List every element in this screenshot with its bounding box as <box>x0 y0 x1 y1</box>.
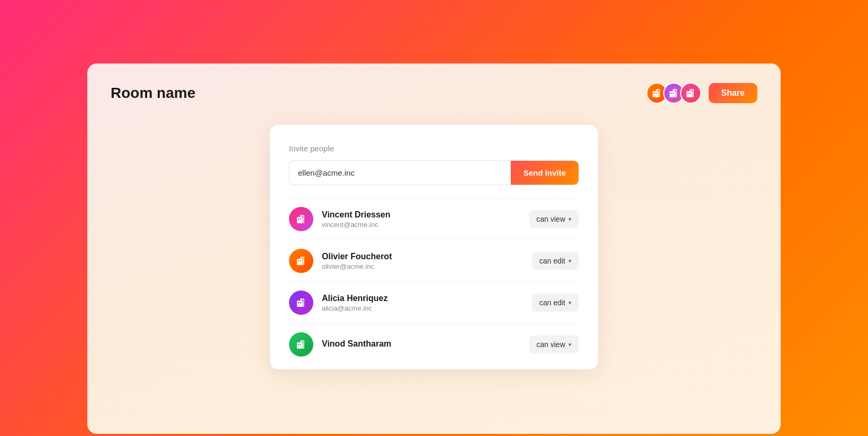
avatar-vinod <box>289 332 313 357</box>
svg-rect-13 <box>690 93 691 94</box>
svg-rect-33 <box>300 344 301 345</box>
svg-rect-8 <box>673 93 674 94</box>
permission-label-vincent: can view <box>537 215 565 223</box>
chevron-down-icon: ▾ <box>568 216 572 223</box>
permission-btn-vinod[interactable]: can view ▾ <box>529 335 579 353</box>
svg-rect-28 <box>300 302 301 303</box>
person-row-vinod: Vinod Santharam can view ▾ <box>289 323 579 369</box>
person-name-alicia: Alicia Henriquez <box>322 294 532 303</box>
chevron-down-icon: ▾ <box>568 341 572 348</box>
svg-rect-24 <box>302 258 303 259</box>
permission-btn-vincent[interactable]: can view ▾ <box>529 210 579 228</box>
permission-label-alicia: can edit <box>539 298 565 307</box>
chevron-down-icon: ▾ <box>568 258 572 265</box>
svg-rect-23 <box>300 260 301 261</box>
chevron-down-icon: ▾ <box>568 299 572 306</box>
svg-rect-29 <box>302 300 303 301</box>
avatar-stack <box>646 83 701 104</box>
person-email-alicia: alicia@acme.inc <box>322 304 532 312</box>
svg-rect-22 <box>298 260 299 261</box>
person-info-vinod: Vinod Santharam <box>322 339 529 350</box>
header-avatar-3 <box>680 83 701 104</box>
svg-rect-14 <box>692 90 693 92</box>
svg-rect-9 <box>675 90 676 92</box>
svg-rect-19 <box>302 216 303 217</box>
person-email-vincent: vincent@acme.inc <box>322 221 529 229</box>
person-email-olivier: olivier@acme.inc <box>322 262 532 270</box>
svg-rect-3 <box>656 93 657 94</box>
svg-rect-12 <box>688 93 689 94</box>
invite-modal: Invite people Send Invite Vincen <box>270 125 598 369</box>
avatar-alicia <box>289 290 313 315</box>
person-row-alicia: Alicia Henriquez alicia@acme.inc can edi… <box>289 281 579 323</box>
person-name-vincent: Vincent Driessen <box>322 210 529 220</box>
invite-input-row: Send Invite <box>289 160 579 185</box>
svg-rect-4 <box>658 90 659 92</box>
permission-label-olivier: can edit <box>539 257 565 265</box>
svg-rect-27 <box>298 302 299 303</box>
send-invite-button[interactable]: Send Invite <box>511 161 578 185</box>
person-name-olivier: Olivier Foucherot <box>322 252 532 261</box>
room-name: Room name <box>111 85 195 102</box>
person-info-olivier: Olivier Foucherot olivier@acme.inc <box>322 252 532 270</box>
person-info-vincent: Vincent Driessen vincent@acme.inc <box>322 210 529 229</box>
people-list: Vincent Driessen vincent@acme.inc can vi… <box>289 198 579 369</box>
svg-rect-34 <box>302 342 303 343</box>
permission-label-vinod: can view <box>537 340 565 349</box>
share-button[interactable]: Share <box>709 83 757 103</box>
svg-rect-17 <box>298 219 299 220</box>
header-right: Share <box>646 83 757 104</box>
person-row-olivier: Olivier Foucherot olivier@acme.inc can e… <box>289 240 579 281</box>
avatar-vincent <box>289 207 313 231</box>
person-name-vinod: Vinod Santharam <box>322 339 529 349</box>
header: Room name <box>111 83 757 104</box>
svg-rect-32 <box>298 344 299 345</box>
person-info-alicia: Alicia Henriquez alicia@acme.inc <box>322 294 532 312</box>
main-card: Room name <box>87 63 781 434</box>
invite-email-input[interactable] <box>290 161 511 185</box>
permission-btn-olivier[interactable]: can edit ▾ <box>532 252 579 270</box>
svg-rect-7 <box>671 93 672 94</box>
permission-btn-alicia[interactable]: can edit ▾ <box>532 294 579 312</box>
invite-section-label: Invite people <box>289 144 579 153</box>
svg-rect-2 <box>654 93 655 94</box>
avatar-olivier <box>289 249 313 273</box>
person-row-vincent: Vincent Driessen vincent@acme.inc can vi… <box>289 198 579 240</box>
svg-rect-18 <box>300 219 301 220</box>
